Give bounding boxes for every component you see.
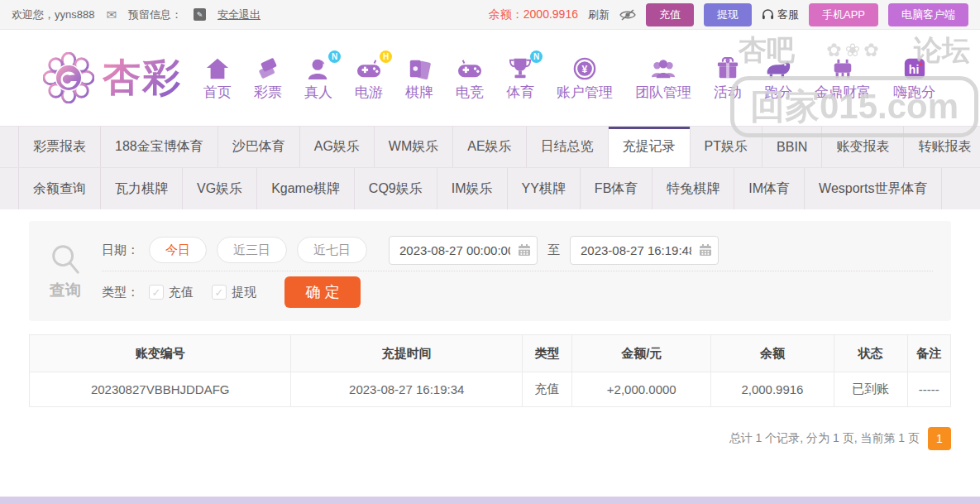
- nav-item-paofen[interactable]: 跑分: [764, 54, 792, 102]
- nav-label: 活动: [714, 83, 742, 102]
- nav-item-activity[interactable]: 活动: [714, 54, 742, 102]
- tab-chongti-jilu-active[interactable]: 充提记录: [609, 127, 691, 167]
- cell-type: 充值: [523, 372, 572, 407]
- nav-item-esports[interactable]: 电竞: [456, 54, 484, 102]
- tab-zhangbian-baobiao[interactable]: 账变报表: [822, 127, 904, 167]
- eye-slash-icon[interactable]: [619, 9, 636, 21]
- date-from-input[interactable]: [389, 236, 538, 265]
- type-label: 类型：: [102, 285, 139, 300]
- withdraw-button[interactable]: 提现: [704, 3, 752, 26]
- site-logo[interactable]: 杏彩: [43, 52, 182, 103]
- col-header-amount: 金额/元: [572, 335, 711, 372]
- type-withdraw-option[interactable]: 提现: [212, 285, 256, 300]
- page-1-button[interactable]: 1: [928, 427, 951, 450]
- mail-icon[interactable]: [106, 7, 117, 22]
- nav-label: 彩票: [254, 83, 282, 102]
- withdraw-checkbox-label: 提现: [232, 285, 256, 300]
- tab-tetu-qipai[interactable]: 特兔棋牌: [653, 168, 734, 209]
- pagination-summary: 总计 1 个记录, 分为 1 页, 当前第 1 页: [729, 431, 920, 446]
- tab-kgame[interactable]: Kgame棋牌: [257, 168, 355, 209]
- nav-item-chess[interactable]: 棋牌: [405, 54, 433, 102]
- customer-service[interactable]: 客服: [762, 7, 799, 22]
- tab-wali-qipai[interactable]: 瓦力棋牌: [101, 168, 183, 209]
- col-header-status: 状态: [834, 335, 907, 372]
- esports-gamepad-icon: [457, 54, 483, 80]
- nav-item-sports[interactable]: N 体育: [506, 54, 534, 102]
- nav-item-team[interactable]: 团队管理: [635, 54, 691, 102]
- nav-label: 嗨跑分: [893, 83, 935, 102]
- nav-label: 跑分: [764, 83, 792, 102]
- logout-link[interactable]: 安全退出: [218, 7, 261, 22]
- withdraw-checkbox[interactable]: [212, 285, 227, 300]
- pagination: 总计 1 个记录, 分为 1 页, 当前第 1 页 1: [29, 427, 951, 450]
- tab-pt[interactable]: PT娱乐: [691, 127, 762, 167]
- date-to-input[interactable]: [570, 236, 719, 265]
- mobile-app-button[interactable]: 手机APP: [809, 3, 878, 26]
- deposit-checkbox[interactable]: [149, 285, 164, 300]
- cell-time: 2023-08-27 16:19:34: [291, 372, 523, 407]
- tab-yy-qipai[interactable]: YY棋牌: [508, 168, 581, 209]
- gift-icon: [715, 54, 740, 80]
- date-filter-row: 日期： 今日 近三日 近七日 至: [102, 229, 933, 271]
- nav-item-hipaofen[interactable]: hi 嗨跑分: [893, 54, 935, 102]
- tab-bbin[interactable]: BBIN: [762, 127, 822, 167]
- tab-ag[interactable]: AG娱乐: [300, 127, 375, 167]
- table-row: 20230827VBBHJDDAFG 2023-08-27 16:19:34 充…: [30, 372, 951, 407]
- nav-item-account[interactable]: ¥ 账户管理: [557, 54, 613, 102]
- date-label: 日期：: [102, 242, 139, 258]
- confirm-button[interactable]: 确 定: [284, 276, 361, 308]
- nav-item-home[interactable]: 首页: [203, 54, 232, 102]
- balance: 余额：2000.9916: [489, 7, 578, 22]
- tab-zhuanzhang-baobiao[interactable]: 转账报表: [904, 127, 980, 167]
- live-dealer-icon: N: [306, 54, 331, 80]
- tab-yue-chaxun[interactable]: 余额查询: [18, 168, 101, 209]
- flower-logo-icon: [43, 52, 94, 103]
- tab-im-yule[interactable]: IM娱乐: [437, 168, 508, 209]
- deposit-button[interactable]: 充值: [646, 3, 694, 26]
- topbar: 欢迎您，yyns888 预留信息： 安全退出 余额：2000.9916 刷新 充…: [0, 0, 980, 30]
- tab-caipiao-baobiao[interactable]: 彩票报表: [18, 127, 101, 167]
- cell-amount: +2,000.0000: [572, 372, 711, 407]
- nav-label: 棋牌: [405, 83, 433, 102]
- quick-today-pill[interactable]: 今日: [149, 237, 207, 263]
- nav-item-live[interactable]: N 真人: [304, 54, 332, 102]
- col-header-time: 充提时间: [291, 335, 523, 372]
- table-header-row: 账变编号 充提时间 类型 金额/元 余额 状态 备注: [30, 335, 951, 372]
- new-badge: N: [328, 50, 341, 63]
- type-deposit-option[interactable]: 充值: [149, 285, 194, 300]
- coin-icon: ¥: [572, 54, 597, 80]
- cell-remark: -----: [907, 372, 950, 407]
- tab-shaba-sports[interactable]: 沙巴体育: [218, 127, 300, 167]
- nav-item-lottery[interactable]: 彩票: [254, 54, 282, 102]
- pc-client-button[interactable]: 电脑客户端: [888, 3, 968, 26]
- gamepad-icon: H: [356, 54, 382, 80]
- tab-fb-sports[interactable]: FB体育: [581, 168, 653, 209]
- tab-188-sports[interactable]: 188金宝博体育: [101, 127, 218, 167]
- new-badge: N: [530, 50, 543, 63]
- calendar-icon[interactable]: [699, 243, 712, 257]
- cards-icon: [407, 54, 432, 80]
- nav-item-jinding[interactable]: 金鼎财富: [815, 54, 871, 102]
- edit-icon[interactable]: [194, 8, 206, 21]
- tab-ae[interactable]: AE娱乐: [453, 127, 526, 167]
- nav-label: 体育: [506, 83, 534, 102]
- footer-strip: [0, 497, 980, 504]
- tab-cq9[interactable]: CQ9娱乐: [355, 168, 437, 209]
- tab-row-2: 余额查询 瓦力棋牌 VG娱乐 Kgame棋牌 CQ9娱乐 IM娱乐 YY棋牌 F…: [0, 168, 980, 209]
- nav-label: 电游: [355, 83, 383, 102]
- tab-im-sports[interactable]: IM体育: [734, 168, 805, 209]
- nav-item-egames[interactable]: H 电游: [355, 54, 383, 102]
- quick-3days-pill[interactable]: 近三日: [217, 237, 287, 263]
- type-filter-row: 类型： 充值 提现 确 定: [102, 271, 933, 313]
- records-table: 账变编号 充提时间 类型 金额/元 余额 状态 备注 20230827VBBHJ…: [29, 334, 951, 407]
- tab-wm[interactable]: WM娱乐: [375, 127, 453, 167]
- calendar-icon[interactable]: [518, 243, 531, 257]
- svg-text:hi: hi: [908, 63, 918, 76]
- tab-vg[interactable]: VG娱乐: [183, 168, 257, 209]
- tab-wesports[interactable]: Wesports世界体育: [805, 168, 942, 209]
- search-column: 查询: [29, 229, 102, 313]
- quick-7days-pill[interactable]: 近七日: [297, 237, 367, 263]
- refresh-button[interactable]: 刷新: [588, 7, 610, 22]
- tab-rijie-zonglan[interactable]: 日结总览: [527, 127, 609, 167]
- main-content: 查询 日期： 今日 近三日 近七日 至 类型：: [0, 209, 980, 450]
